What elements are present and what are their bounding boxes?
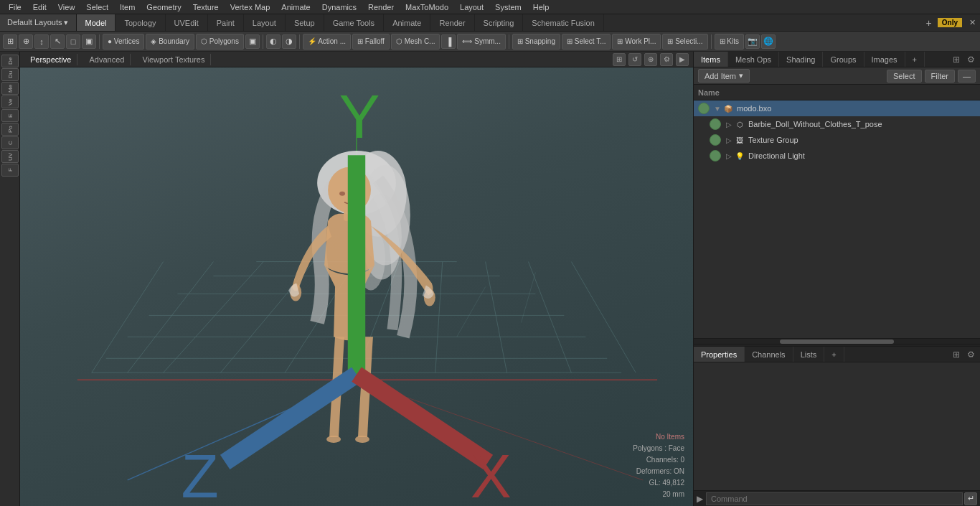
symm-button[interactable]: ⟺ Symm... bbox=[457, 34, 505, 50]
menu-item[interactable]: Item bbox=[114, 1, 141, 13]
mesh-c-button[interactable]: ⬡ Mesh C... bbox=[391, 34, 440, 50]
panel-tab-groups[interactable]: Groups bbox=[823, 52, 864, 67]
tab-model[interactable]: Model bbox=[77, 14, 116, 31]
falloff-button[interactable]: ⊞ Falloff bbox=[352, 34, 390, 50]
scene-scrollbar[interactable] bbox=[694, 338, 980, 344]
sidebar-ve-btn[interactable]: Ve bbox=[1, 95, 19, 108]
work-pl-button[interactable]: ⊞ Work Pl... bbox=[612, 34, 661, 50]
visibility-light[interactable] bbox=[710, 150, 721, 161]
menu-system[interactable]: System bbox=[489, 1, 527, 13]
mesh-d-icon[interactable]: ▐ bbox=[441, 34, 456, 49]
tree-item-barbie[interactable]: ▷ ⬡ Barbie_Doll_Without_Clothes_T_pose bbox=[694, 116, 980, 132]
polygons-button[interactable]: ⬡ Polygons bbox=[196, 34, 244, 50]
panel-settings-icon[interactable]: ⚙ bbox=[964, 53, 977, 66]
select-cursor-icon[interactable]: ↖ bbox=[50, 34, 65, 49]
viewport-ctrl-3[interactable]: ⊕ bbox=[644, 53, 657, 66]
perspective-icon[interactable]: ⊞ bbox=[3, 34, 17, 49]
expand-texture[interactable]: ▷ bbox=[724, 135, 734, 145]
visibility-modo-bxo[interactable] bbox=[698, 103, 710, 114]
panel-tab-items[interactable]: Items bbox=[694, 52, 728, 67]
menu-texture[interactable]: Texture bbox=[187, 1, 225, 13]
minus-button[interactable]: — bbox=[958, 70, 976, 83]
vertices-button[interactable]: ● Vertices bbox=[103, 34, 144, 50]
menu-file[interactable]: File bbox=[3, 1, 27, 13]
expand-light[interactable]: ▷ bbox=[724, 151, 734, 161]
boundary-button[interactable]: ◈ Boundary bbox=[146, 34, 194, 50]
select-t-button[interactable]: ⊞ Select T... bbox=[562, 34, 611, 50]
kits-button[interactable]: ⊞ Kits bbox=[715, 34, 744, 50]
tab-layout[interactable]: Layout bbox=[244, 14, 286, 31]
viewport-tab-advanced[interactable]: Advanced bbox=[83, 54, 131, 65]
snapping-button[interactable]: ⊞ Snapping bbox=[512, 34, 560, 50]
viewport-ctrl-2[interactable]: ↺ bbox=[628, 53, 641, 66]
sidebar-me-btn[interactable]: Me bbox=[1, 82, 19, 95]
menu-layout[interactable]: Layout bbox=[454, 1, 489, 13]
command-submit-button[interactable]: ↵ bbox=[964, 492, 977, 505]
viewport-ctrl-1[interactable]: ⊞ bbox=[613, 53, 626, 66]
props-settings-icon[interactable]: ⚙ bbox=[964, 348, 977, 361]
visibility-texture[interactable] bbox=[710, 134, 721, 146]
camera-icon[interactable]: 📷 bbox=[745, 34, 760, 49]
box1-icon[interactable]: □ bbox=[66, 34, 80, 49]
panel-tab-add[interactable]: + bbox=[905, 52, 925, 67]
menu-view[interactable]: View bbox=[52, 1, 81, 13]
menu-animate[interactable]: Animate bbox=[275, 1, 316, 13]
layout-preset[interactable]: Default Layouts ▾ bbox=[0, 14, 77, 31]
globe-icon[interactable]: 🌐 bbox=[761, 34, 776, 49]
tab-paint[interactable]: Paint bbox=[208, 14, 244, 31]
visibility-barbie[interactable] bbox=[710, 118, 721, 130]
sidebar-f-btn[interactable]: F bbox=[1, 164, 19, 177]
menu-maxtomodo[interactable]: MaxToModo bbox=[400, 1, 454, 13]
tab-setup[interactable]: Setup bbox=[286, 14, 324, 31]
scrollbar-thumb[interactable] bbox=[780, 339, 895, 344]
menu-dynamics[interactable]: Dynamics bbox=[316, 1, 362, 13]
props-tab-properties[interactable]: Properties bbox=[694, 347, 745, 362]
tree-item-modo-bxo[interactable]: ▼ 📦 modo.bxo bbox=[694, 100, 980, 116]
command-input[interactable] bbox=[706, 492, 963, 505]
viewport-tab-perspective[interactable]: Perspective bbox=[24, 54, 77, 65]
sidebar-dup-btn[interactable]: Du bbox=[1, 68, 19, 81]
expand-modo-bxo[interactable]: ▼ bbox=[712, 103, 722, 113]
tree-item-directional-light[interactable]: ▷ 💡 Directional Light bbox=[694, 148, 980, 164]
only-badge[interactable]: Only bbox=[938, 18, 962, 27]
viewport-canvas[interactable]: Y Z X No Items Polygons : Face Channels:… bbox=[20, 67, 693, 506]
props-expand-icon[interactable]: ⊞ bbox=[950, 348, 963, 361]
viewport-ctrl-5[interactable]: ▶ bbox=[676, 53, 689, 66]
action-button[interactable]: ⚡ Action ... bbox=[303, 34, 351, 50]
viewport-ctrl-4[interactable]: ⚙ bbox=[660, 53, 673, 66]
selecti-button[interactable]: ⊞ Selecti... bbox=[662, 34, 707, 50]
sidebar-uv-btn[interactable]: UV bbox=[1, 150, 19, 163]
tab-uvedit[interactable]: UVEdit bbox=[166, 14, 208, 31]
panel-tab-images[interactable]: Images bbox=[864, 52, 905, 67]
tree-item-texture-group[interactable]: ▷ 🖼 Texture Group bbox=[694, 132, 980, 148]
box2-icon[interactable]: ▣ bbox=[82, 34, 96, 49]
menu-select[interactable]: Select bbox=[80, 1, 114, 13]
props-tab-lists[interactable]: Lists bbox=[793, 347, 825, 362]
tab-game-tools[interactable]: Game Tools bbox=[324, 14, 385, 31]
panel-tab-shading[interactable]: Shading bbox=[779, 52, 823, 67]
menu-help[interactable]: Help bbox=[527, 1, 555, 13]
menu-render[interactable]: Render bbox=[362, 1, 400, 13]
select-button[interactable]: Select bbox=[887, 70, 922, 83]
viewport-tab-textures[interactable]: Viewport Textures bbox=[136, 54, 211, 65]
props-tab-add[interactable]: + bbox=[824, 347, 844, 362]
tab-animate[interactable]: Animate bbox=[384, 14, 430, 31]
filter-button[interactable]: Filter bbox=[925, 70, 955, 83]
menu-geometry[interactable]: Geometry bbox=[141, 1, 187, 13]
sidebar-e-btn[interactable]: E bbox=[1, 109, 19, 122]
add-tab-button[interactable]: + bbox=[920, 16, 938, 30]
world-icon[interactable]: ⊕ bbox=[19, 34, 33, 49]
toggle1-icon[interactable]: ◐ bbox=[266, 34, 281, 49]
toggle2-icon[interactable]: ◑ bbox=[282, 34, 296, 49]
menu-vertex-map[interactable]: Vertex Map bbox=[225, 1, 276, 13]
sidebar-c-btn[interactable]: C bbox=[1, 136, 19, 149]
tab-topology[interactable]: Topology bbox=[116, 14, 165, 31]
sidebar-de-btn[interactable]: De bbox=[1, 55, 19, 67]
expand-barbie[interactable]: ▷ bbox=[724, 119, 734, 129]
close-layout-button[interactable]: ✕ bbox=[965, 17, 980, 29]
arrow-icon[interactable]: ↕ bbox=[34, 34, 49, 49]
add-item-button[interactable]: Add Item ▾ bbox=[698, 69, 750, 83]
panel-tab-mesh-ops[interactable]: Mesh Ops bbox=[728, 52, 779, 67]
panel-expand-icon[interactable]: ⊞ bbox=[950, 53, 963, 66]
sidebar-pol-btn[interactable]: Po bbox=[1, 123, 19, 136]
